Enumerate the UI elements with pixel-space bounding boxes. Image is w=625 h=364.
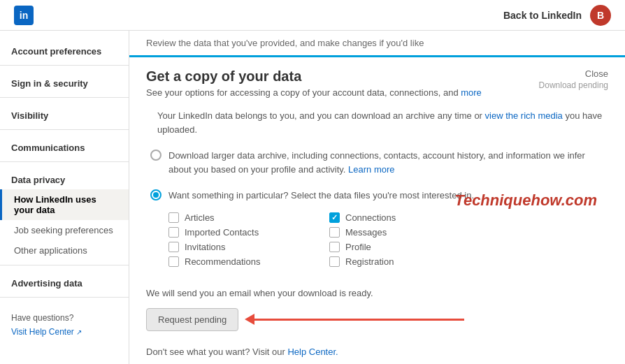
sidebar-item-other-applications[interactable]: Other applications xyxy=(0,240,129,261)
checkbox-item-messages[interactable]: Messages xyxy=(329,227,476,238)
visit-help-center-label: Visit Help Center xyxy=(11,327,74,337)
checkbox-imported-contacts[interactable] xyxy=(168,227,179,238)
checkbox-articles-label: Articles xyxy=(185,212,215,223)
radio-label-particular: Want something in particular? Select the… xyxy=(168,189,474,203)
checkbox-item-registration[interactable]: Registration xyxy=(329,256,476,267)
sidebar-item-sign-in-security[interactable]: Sign in & security xyxy=(0,70,129,93)
learn-more-link[interactable]: Learn more xyxy=(348,164,394,175)
checkbox-invitations-label: Invitations xyxy=(185,242,226,252)
arrow-line xyxy=(254,319,464,321)
checkbox-item-profile[interactable]: Profile xyxy=(329,242,476,252)
sidebar-item-data-privacy[interactable]: Data privacy xyxy=(0,166,129,189)
arrow-indicator xyxy=(245,314,464,325)
help-link-wrap: Don't see what you want? Visit our Help … xyxy=(129,340,625,365)
content-card: Review the data that you've provided, an… xyxy=(129,31,625,364)
radio-circle-larger[interactable] xyxy=(150,150,161,161)
checkbox-item-connections[interactable]: Connections xyxy=(329,212,476,223)
checkbox-registration[interactable] xyxy=(329,256,340,267)
sidebar-item-visibility[interactable]: Visibility xyxy=(0,102,129,125)
top-navigation: in Back to LinkedIn B xyxy=(0,0,625,31)
page-title: Get a copy of your data xyxy=(146,68,482,85)
rich-media-link[interactable]: view the rich media xyxy=(485,110,563,121)
checkbox-item-recommendations[interactable]: Recommendations xyxy=(168,256,315,267)
copy-header: Get a copy of your data See your options… xyxy=(129,57,625,102)
top-strip: Review the data that you've provided, an… xyxy=(129,31,625,57)
help-text-prefix: Don't see what you want? Visit our xyxy=(146,347,287,357)
checkbox-profile[interactable] xyxy=(329,242,340,252)
copy-subtitle: See your options for accessing a copy of… xyxy=(146,85,482,98)
radio-circle-particular[interactable] xyxy=(150,189,161,201)
sidebar-item-job-seeking[interactable]: Job seeking preferences xyxy=(0,220,129,240)
checkbox-imported-contacts-label: Imported Contacts xyxy=(185,227,259,238)
linkedin-logo[interactable]: in xyxy=(14,6,34,25)
help-center-link[interactable]: Help Center. xyxy=(287,347,338,357)
radio-option-particular[interactable]: Want something in particular? Select the… xyxy=(129,183,625,205)
checkbox-registration-label: Registration xyxy=(345,256,394,267)
checkbox-item-articles[interactable]: Articles xyxy=(168,212,315,223)
checkbox-articles[interactable] xyxy=(168,212,179,223)
close-link[interactable]: Close xyxy=(539,68,608,79)
sidebar-help-link[interactable]: Visit Help Center ↗ xyxy=(0,326,129,338)
checkbox-messages-label: Messages xyxy=(345,227,387,238)
sidebar: Account preferences Sign in & security V… xyxy=(0,31,129,364)
request-pending-wrap: Request pending xyxy=(129,304,625,340)
page-layout: Account preferences Sign in & security V… xyxy=(0,31,625,364)
checkbox-recommendations-label: Recommendations xyxy=(185,256,260,267)
radio-label-larger: Download larger data archive, including … xyxy=(168,149,608,176)
more-link[interactable]: more xyxy=(461,87,482,98)
sidebar-divider-5 xyxy=(0,265,129,265)
sidebar-item-communications[interactable]: Communications xyxy=(0,134,129,157)
info-text: Your LinkedIn data belongs to you, and y… xyxy=(129,102,625,143)
copy-title: Get a copy of your data See your options… xyxy=(146,68,482,98)
sidebar-divider-2 xyxy=(0,97,129,98)
sidebar-divider-4 xyxy=(0,161,129,162)
checkbox-item-imported-contacts[interactable]: Imported Contacts xyxy=(168,227,315,238)
checkbox-messages[interactable] xyxy=(329,227,340,238)
sidebar-item-how-linkedin-uses[interactable]: How LinkedIn uses your data xyxy=(0,189,129,220)
main-content: Review the data that you've provided, an… xyxy=(129,31,625,364)
external-link-icon: ↗ xyxy=(76,328,82,336)
checkbox-recommendations[interactable] xyxy=(168,256,179,267)
checkbox-item-invitations[interactable]: Invitations xyxy=(168,242,315,252)
radio-option-larger-archive[interactable]: Download larger data archive, including … xyxy=(129,143,625,179)
sidebar-help-label: Have questions? xyxy=(0,302,129,326)
sidebar-divider-3 xyxy=(0,129,129,130)
sidebar-item-advertising-data[interactable]: Advertising data xyxy=(0,270,129,293)
checkbox-connections[interactable] xyxy=(329,212,340,223)
sidebar-divider xyxy=(0,65,129,66)
avatar[interactable]: B xyxy=(590,5,611,26)
checkbox-connections-label: Connections xyxy=(345,212,396,223)
download-pending-status: Download pending xyxy=(539,80,608,90)
arrow-head-icon xyxy=(245,314,254,325)
back-to-linkedin-link[interactable]: Back to LinkedIn xyxy=(503,10,582,21)
checkbox-profile-label: Profile xyxy=(345,242,371,252)
sidebar-divider-6 xyxy=(0,297,129,298)
topnav-right: Back to LinkedIn B xyxy=(503,5,611,26)
email-notice: We will send you an email when your down… xyxy=(129,274,625,304)
sidebar-item-account-preferences[interactable]: Account preferences xyxy=(0,38,129,61)
checkbox-grid: Articles Connections Imported Contacts M… xyxy=(129,205,493,274)
checkbox-invitations[interactable] xyxy=(168,242,179,252)
request-pending-button[interactable]: Request pending xyxy=(146,308,238,331)
copy-header-right: Close Download pending xyxy=(539,68,608,90)
